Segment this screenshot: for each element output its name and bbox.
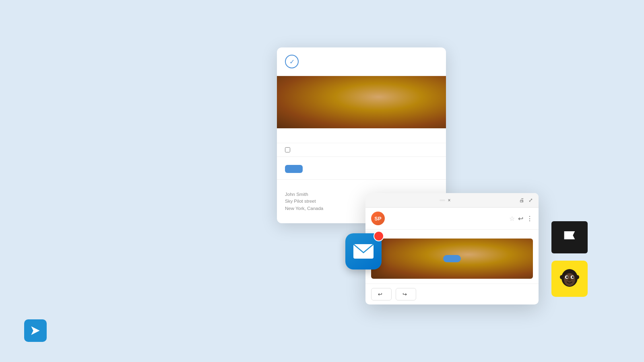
reply-arrow-icon: ↩ bbox=[378, 291, 382, 297]
flag-icon bbox=[561, 229, 578, 245]
forward-arrow-icon: ↪ bbox=[402, 291, 407, 297]
pizza-banner bbox=[277, 76, 446, 128]
svg-point-9 bbox=[560, 275, 563, 279]
logo-icon bbox=[24, 319, 47, 342]
email-sender-row: SP ☆ ↩ ⋮ bbox=[365, 208, 539, 230]
svg-point-8 bbox=[568, 279, 571, 281]
inbox-tag bbox=[440, 200, 445, 201]
email-meta: ☆ ↩ ⋮ bbox=[506, 215, 533, 222]
svg-marker-0 bbox=[31, 326, 39, 335]
email-pizza-banner bbox=[371, 239, 533, 279]
access-btn-row bbox=[277, 157, 446, 180]
more-icon[interactable]: ⋮ bbox=[526, 215, 533, 222]
access-digital-content-button[interactable] bbox=[285, 165, 303, 173]
mail-app-icon[interactable] bbox=[345, 233, 382, 269]
mail-envelope-icon bbox=[353, 244, 374, 259]
brand-icon-black bbox=[551, 221, 588, 253]
mail-app-background bbox=[345, 233, 382, 269]
logo-area bbox=[24, 319, 52, 342]
reply-button[interactable]: ↩ bbox=[371, 288, 392, 300]
left-panel bbox=[0, 0, 250, 362]
print-icon[interactable]: 🖨 bbox=[519, 197, 524, 203]
svg-point-6 bbox=[566, 276, 568, 278]
email-card-header: × 🖨 ⤢ bbox=[365, 193, 539, 208]
mail-badge bbox=[374, 231, 384, 241]
pizza-image bbox=[277, 76, 446, 128]
email-tags: × bbox=[440, 197, 450, 203]
email-checkbox[interactable] bbox=[285, 147, 290, 152]
order-confirmed-section bbox=[277, 128, 446, 143]
email-actions: ↩ ↪ bbox=[365, 284, 539, 304]
check-circle-icon: ✓ bbox=[285, 55, 299, 68]
email-header-icons: 🖨 ⤢ bbox=[519, 197, 533, 203]
email-access-digital-button[interactable] bbox=[443, 255, 461, 262]
email-body bbox=[365, 230, 539, 284]
svg-point-10 bbox=[576, 275, 579, 279]
sender-info: SP bbox=[371, 212, 389, 225]
sky-pilot-icon bbox=[29, 324, 42, 337]
inbox-close[interactable]: × bbox=[448, 197, 450, 203]
email-checkbox-row[interactable] bbox=[277, 143, 446, 157]
star-icon[interactable]: ☆ bbox=[509, 215, 515, 222]
email-card: × 🖨 ⤢ SP ☆ ↩ ⋮ ↩ bbox=[365, 193, 539, 304]
external-link-icon[interactable]: ⤢ bbox=[528, 197, 533, 203]
svg-point-7 bbox=[572, 276, 574, 278]
order-card-header: ✓ bbox=[277, 47, 446, 76]
sender-avatar: SP bbox=[371, 212, 385, 225]
mailchimp-logo bbox=[557, 266, 583, 292]
reply-icon[interactable]: ↩ bbox=[518, 215, 523, 222]
forward-button[interactable]: ↪ bbox=[396, 288, 416, 300]
mailchimp-icon bbox=[551, 261, 588, 297]
